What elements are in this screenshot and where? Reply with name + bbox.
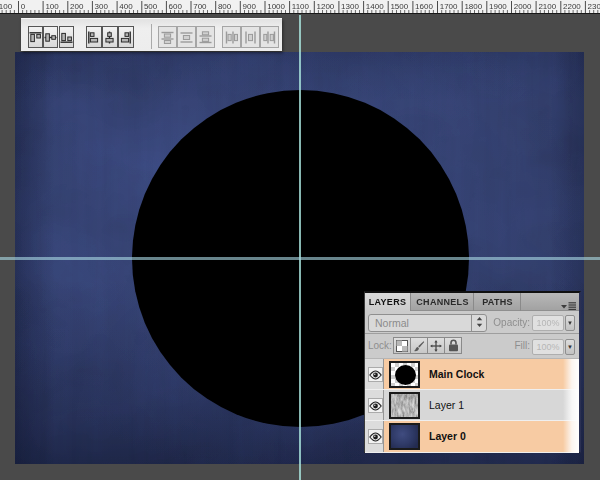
- svg-text:1900: 1900: [489, 2, 507, 11]
- svg-text:800: 800: [218, 2, 232, 11]
- svg-text:1200: 1200: [317, 2, 335, 11]
- svg-text:2100: 2100: [538, 2, 556, 11]
- svg-text:-100: -100: [0, 2, 13, 11]
- svg-text:400: 400: [119, 2, 133, 11]
- svg-text:300: 300: [95, 2, 109, 11]
- svg-text:1800: 1800: [464, 2, 482, 11]
- svg-text:0: 0: [21, 2, 26, 11]
- svg-text:200: 200: [70, 2, 84, 11]
- svg-text:2000: 2000: [514, 2, 532, 11]
- svg-text:900: 900: [243, 2, 257, 11]
- svg-text:500: 500: [144, 2, 158, 11]
- svg-text:1400: 1400: [366, 2, 384, 11]
- svg-text:1100: 1100: [292, 2, 310, 11]
- svg-text:2200: 2200: [563, 2, 581, 11]
- svg-text:1000: 1000: [267, 2, 285, 11]
- svg-text:1600: 1600: [415, 2, 433, 11]
- svg-text:2300: 2300: [588, 2, 600, 11]
- svg-text:600: 600: [169, 2, 183, 11]
- svg-text:1300: 1300: [341, 2, 359, 11]
- svg-text:100: 100: [45, 2, 59, 11]
- svg-text:1500: 1500: [390, 2, 408, 11]
- svg-text:1700: 1700: [440, 2, 458, 11]
- svg-text:700: 700: [193, 2, 207, 11]
